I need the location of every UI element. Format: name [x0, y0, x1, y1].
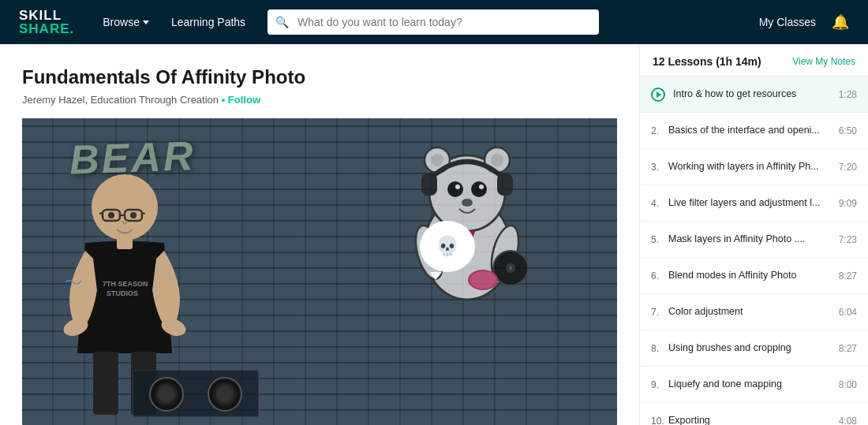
lesson-title: Exporting: [668, 414, 831, 425]
logo[interactable]: SKILL SHARE.: [19, 9, 74, 35]
lesson-item[interactable]: 9.Liquefy and tone mapping8:00: [640, 367, 868, 403]
lesson-title: Color adjustment: [668, 305, 831, 318]
svg-rect-7: [497, 173, 513, 196]
lesson-number: 6.: [651, 270, 660, 281]
browse-label: Browse: [103, 16, 140, 28]
turntable: [133, 370, 259, 417]
lesson-number: 9.: [651, 379, 660, 390]
lesson-title: Intro & how to get resources: [673, 88, 831, 100]
author-name: Jeremy Hazel, Education Through Creation: [22, 94, 219, 106]
lesson-item[interactable]: 5.Mask layers in Affinity Photo ....7:23: [640, 222, 868, 258]
lesson-duration: 8:00: [839, 379, 857, 390]
turntable-disc-right: [208, 377, 242, 412]
my-classes-link[interactable]: My Classes: [759, 16, 816, 28]
logo-skill-text: SKILL: [19, 9, 74, 22]
lesson-item[interactable]: 6.Blend modes in Affinity Photo8:27: [640, 258, 868, 294]
bear-figure: [388, 130, 586, 343]
course-title: Fundamentals Of Affinity Photo: [22, 66, 617, 89]
svg-text:7TH SEASON: 7TH SEASON: [103, 280, 148, 288]
svg-point-11: [479, 185, 484, 189]
lesson-duration: 8:27: [839, 343, 857, 354]
lesson-title: Live filter layers and adjustment l...: [668, 196, 831, 209]
lesson-number: 5.: [651, 234, 660, 245]
lesson-item[interactable]: 8.Using brushes and cropping8:27: [640, 330, 868, 367]
svg-point-19: [469, 270, 497, 289]
svg-point-20: [92, 174, 158, 240]
navbar: SKILL SHARE. Browse Learning Paths 🔍 My …: [0, 0, 868, 44]
lesson-title: Working with layers in Affinity Ph...: [668, 160, 831, 173]
search-icon: 🔍: [275, 16, 289, 28]
lesson-duration: 9:09: [839, 198, 857, 209]
lesson-duration: 4:08: [839, 416, 857, 426]
lesson-title: Mask layers in Affinity Photo ....: [668, 233, 831, 245]
lesson-number: 7.: [651, 307, 660, 318]
lessons-count: 12 Lessons (1h 14m): [653, 55, 761, 68]
lesson-item[interactable]: Intro & how to get resources1:28: [640, 76, 868, 113]
view-notes-link[interactable]: View My Notes: [792, 56, 855, 67]
svg-line-25: [142, 213, 145, 214]
svg-point-27: [130, 212, 137, 218]
browse-menu[interactable]: Browse: [103, 16, 149, 28]
lesson-duration: 8:27: [839, 270, 857, 281]
learning-paths-label: Learning Paths: [171, 16, 245, 28]
lesson-duration: 6:04: [839, 307, 857, 318]
svg-point-5: [491, 154, 503, 166]
search-bar: 🔍: [268, 9, 599, 35]
lesson-title: Using brushes and cropping: [668, 341, 831, 354]
svg-point-10: [455, 185, 460, 189]
lessons-header: 12 Lessons (1h 14m) View My Notes: [640, 44, 868, 76]
svg-rect-32: [93, 352, 118, 415]
lesson-duration: 7:23: [839, 234, 857, 245]
lessons-list: Intro & how to get resources1:282.Basics…: [640, 76, 868, 425]
lesson-title: Liquefy and tone mapping: [668, 378, 831, 390]
right-panel: 12 Lessons (1h 14m) View My Notes Intro …: [639, 44, 868, 425]
follow-link[interactable]: • Follow: [222, 94, 260, 106]
main-content: Fundamentals Of Affinity Photo Jeremy Ha…: [0, 44, 868, 425]
learning-paths-link[interactable]: Learning Paths: [171, 16, 245, 28]
lesson-number: 2.: [651, 125, 660, 136]
svg-point-18: [509, 267, 512, 270]
lesson-play-icon: [651, 88, 665, 102]
svg-rect-6: [421, 173, 437, 196]
lesson-duration: 1:28: [839, 89, 857, 100]
lesson-number: 3.: [651, 162, 660, 173]
lesson-item[interactable]: 2.Basics of the interface and openi...6:…: [640, 113, 868, 149]
nav-right: My Classes 🔔: [759, 13, 849, 31]
svg-line-24: [99, 213, 103, 214]
svg-point-9: [471, 181, 487, 197]
svg-point-4: [431, 154, 443, 166]
svg-text:STUDIOS: STUDIOS: [107, 289, 138, 297]
svg-point-8: [447, 181, 463, 197]
lesson-title: Blend modes in Affinity Photo: [668, 269, 831, 281]
svg-rect-34: [117, 235, 133, 249]
video-scene: BEAR: [22, 118, 617, 425]
lesson-number: 8.: [651, 343, 660, 354]
lesson-item[interactable]: 4.Live filter layers and adjustment l...…: [640, 185, 868, 222]
notification-bell-icon[interactable]: 🔔: [832, 13, 849, 31]
turntable-disc-left: [149, 377, 184, 412]
lesson-item[interactable]: 7.Color adjustment6:04: [640, 294, 868, 330]
lesson-duration: 6:50: [839, 125, 857, 136]
speech-bubble: 💀: [420, 221, 475, 272]
lesson-number: 10.: [651, 416, 660, 426]
lesson-title: Basics of the interface and openi...: [668, 124, 831, 136]
play-triangle-icon: [657, 91, 661, 98]
lesson-duration: 7:20: [839, 162, 857, 173]
left-panel: Fundamentals Of Affinity Photo Jeremy Ha…: [0, 44, 639, 425]
browse-chevron-icon: [143, 21, 149, 24]
video-player[interactable]: BEAR: [22, 118, 617, 425]
lesson-number: 4.: [651, 198, 660, 209]
logo-share-text: SHARE.: [19, 22, 74, 35]
lesson-item[interactable]: 3.Working with layers in Affinity Ph...7…: [640, 149, 868, 185]
search-input[interactable]: [268, 9, 599, 35]
svg-point-12: [462, 199, 473, 207]
lesson-item[interactable]: 10.Exporting4:08: [640, 403, 868, 425]
course-author: Jeremy Hazel, Education Through Creation…: [22, 94, 617, 106]
svg-point-26: [108, 212, 114, 218]
